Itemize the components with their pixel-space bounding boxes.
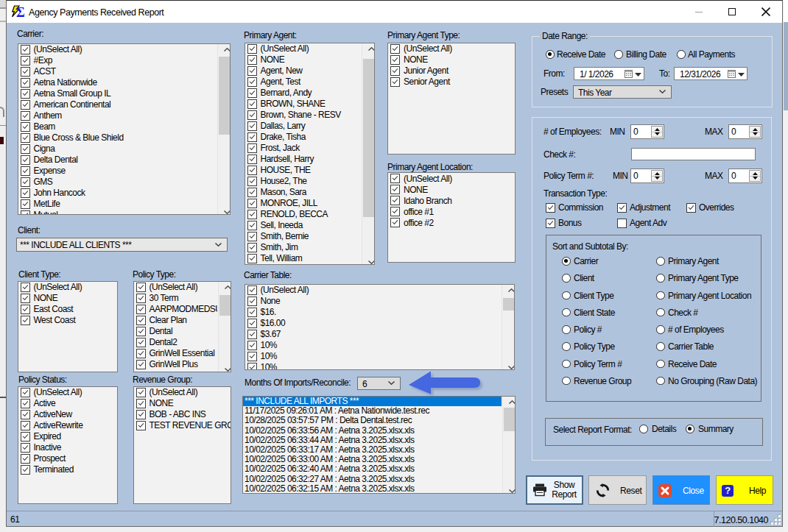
svg-text:Σ: Σ	[16, 5, 25, 18]
